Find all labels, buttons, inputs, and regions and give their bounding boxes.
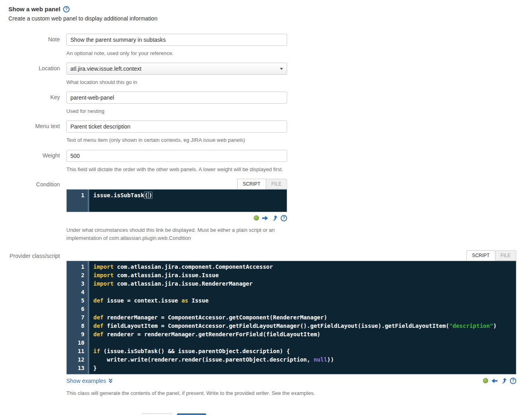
arrow-right-icon[interactable]	[262, 215, 269, 221]
menu-text-label: Menu text	[8, 121, 66, 144]
note-help: An optional note, used only for your ref…	[66, 49, 287, 57]
code-line: 12 writer.write(renderer.render(issue.pa…	[67, 356, 516, 364]
provider-tab-script[interactable]: SCRIPT	[466, 250, 495, 261]
double-chevron-down-icon	[108, 378, 113, 383]
code-text: issue.isSubTask()	[88, 191, 152, 200]
line-number: 5	[67, 296, 88, 305]
code-text: writer.write(renderer.render(issue.paren…	[88, 356, 334, 364]
line-number: 11	[67, 347, 88, 356]
condition-help-icon[interactable]: ?	[281, 215, 287, 221]
provider-help-text-end: . See the examples.	[269, 390, 315, 396]
form-button-bar: Preview Update Cancel	[142, 413, 524, 415]
code-text: import com.atlassian.jira.component.Comp…	[88, 263, 273, 271]
weight-row: Weight This field will dictate the order…	[8, 150, 524, 174]
code-text: def rendererManager = ComponentAccessor.…	[88, 313, 327, 322]
menu-text-input[interactable]	[66, 121, 287, 133]
code-line: 7def rendererManager = ComponentAccessor…	[67, 313, 516, 322]
code-line: 1issue.isSubTask()	[67, 191, 287, 200]
line-number: 6	[67, 305, 88, 313]
code-text: import com.atlassian.jira.issue.Renderer…	[88, 280, 253, 288]
code-line: 4	[67, 288, 516, 296]
update-button[interactable]: Update	[177, 413, 206, 415]
line-number: 2	[67, 271, 88, 280]
code-text: import com.atlassian.jira.issue.Issue	[88, 271, 219, 280]
code-line: 5def issue = context.issue as Issue	[67, 296, 516, 305]
line-number: 9	[67, 330, 88, 339]
title-help-icon[interactable]: ?	[63, 6, 70, 12]
provider-editor-footer: Show examples ?	[66, 376, 516, 386]
provider-label: Provider class/script	[8, 250, 66, 397]
page-title: Show a web panel	[8, 6, 60, 12]
key-help: Used for nesting	[66, 107, 287, 115]
web-panel-form: Show a web panel ? Create a custom web p…	[0, 0, 532, 415]
condition-code-editor[interactable]: 1issue.isSubTask()	[66, 189, 287, 212]
weight-input[interactable]	[66, 150, 287, 162]
condition-tab-bar: SCRIPT FILE	[66, 179, 287, 189]
code-text: def fieldLayoutItem = ComponentAccessor.…	[88, 322, 497, 330]
code-line: 3import com.atlassian.jira.issue.Rendere…	[67, 280, 516, 288]
script-status-dot-icon	[254, 215, 259, 221]
page-subtitle: Create a custom web panel to display add…	[8, 15, 524, 22]
caret-down-icon	[280, 68, 283, 70]
code-line: 13}	[67, 364, 516, 372]
code-text: def renderer = rendererManager.getRender…	[88, 330, 320, 339]
note-input[interactable]	[66, 34, 287, 46]
condition-label: Condition	[8, 179, 66, 242]
script-status-dot-icon	[483, 378, 488, 383]
condition-tab-script[interactable]: SCRIPT	[237, 179, 266, 189]
note-label: Note	[8, 34, 66, 57]
preview-button[interactable]: Preview	[142, 413, 172, 415]
code-line: 9def renderer = rendererManager.getRende…	[67, 330, 516, 339]
code-line: 8def fieldLayoutItem = ComponentAccessor…	[67, 322, 516, 330]
code-line: 6	[67, 305, 516, 313]
location-row: Location atl.jira.view.issue.left.contex…	[8, 63, 524, 86]
line-number: 4	[67, 288, 88, 296]
provider-tab-file[interactable]: FILE	[495, 250, 516, 261]
code-line: 1import com.atlassian.jira.component.Com…	[67, 263, 516, 271]
provider-help: This class will generate the contents of…	[66, 389, 516, 397]
weight-help: This field will dictate the order with t…	[66, 166, 287, 174]
key-label: Key	[8, 92, 66, 115]
provider-help-icon[interactable]: ?	[510, 378, 516, 384]
menu-text-help: Text of menu item (only shown in certain…	[66, 136, 287, 144]
code-text: }	[88, 364, 97, 372]
code-text	[88, 288, 93, 296]
line-number: 12	[67, 356, 88, 364]
weight-label: Weight	[8, 150, 66, 174]
location-help: What location should this go in	[66, 78, 287, 86]
code-text: if (issue.isSubTask() && issue.parentObj…	[88, 347, 290, 356]
condition-row: Condition SCRIPT FILE 1issue.isSubTask()…	[8, 179, 524, 242]
line-number: 1	[67, 191, 88, 200]
provider-code-editor[interactable]: 1import com.atlassian.jira.component.Com…	[66, 261, 516, 374]
key-row: Key Used for nesting	[8, 92, 524, 115]
code-line: 10	[67, 339, 516, 347]
condition-help: Under what circumstances should this lin…	[66, 226, 283, 242]
code-text: def issue = context.issue as Issue	[88, 296, 209, 305]
location-select-value: atl.jira.view.issue.left.context	[70, 65, 142, 72]
note-row: Note An optional note, used only for you…	[8, 34, 524, 57]
key-input[interactable]	[66, 92, 287, 104]
line-number: 10	[67, 339, 88, 347]
location-select[interactable]: atl.jira.view.issue.left.context	[66, 63, 287, 75]
line-number: 3	[67, 280, 88, 288]
line-number: 13	[67, 364, 88, 372]
show-examples-label: Show examples	[66, 378, 106, 384]
arrow-up-curved-icon[interactable]	[271, 215, 278, 221]
arrow-up-curved-icon[interactable]	[501, 378, 507, 384]
line-number: 1	[67, 263, 88, 271]
show-examples-link[interactable]: Show examples	[66, 378, 113, 384]
code-text	[88, 339, 93, 347]
provider-editor-actions: ?	[483, 376, 516, 385]
code-line: 2import com.atlassian.jira.issue.Issue	[67, 271, 516, 280]
provider-row: Provider class/script SCRIPT FILE 1impor…	[8, 250, 524, 397]
line-number: 7	[67, 313, 88, 322]
condition-editor-actions: ?	[66, 214, 287, 223]
provider-tab-bar: SCRIPT FILE	[66, 250, 516, 261]
arrow-left-icon[interactable]	[491, 378, 498, 384]
provider-help-writer: writer	[256, 390, 269, 396]
provider-help-text: This class will generate the contents of…	[66, 390, 256, 396]
line-number: 8	[67, 322, 88, 330]
condition-tab-file[interactable]: FILE	[266, 179, 287, 189]
menu-text-row: Menu text Text of menu item (only shown …	[8, 121, 524, 144]
code-line: 11if (issue.isSubTask() && issue.parentO…	[67, 347, 516, 356]
